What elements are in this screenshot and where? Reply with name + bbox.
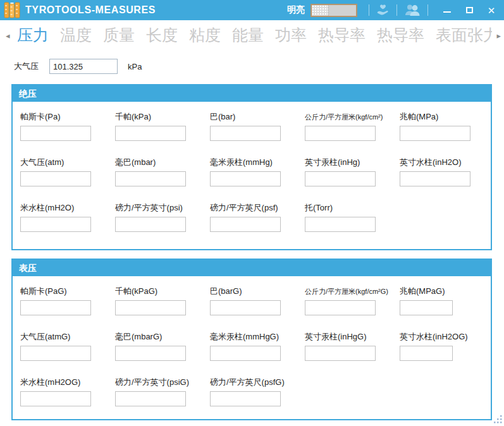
field-row: 大气压(atm)毫巴(mbar)毫米汞柱(mmHg)英寸汞柱(inHg)英寸水柱… xyxy=(20,157,491,186)
tab-energy[interactable]: 能量 xyxy=(232,20,264,50)
input-mH2O[interactable] xyxy=(20,217,91,232)
field: 毫巴(mbar) xyxy=(115,157,210,186)
atmospheric-pressure-input[interactable] xyxy=(49,59,118,74)
field-label: 磅力/平方英寸(psiG) xyxy=(115,377,210,387)
input-mH2OG[interactable] xyxy=(20,391,91,406)
field: 磅力/平方英寸(psiG) xyxy=(115,377,210,406)
input-atmG[interactable] xyxy=(20,346,91,361)
field-label: 英寸汞柱(inHg) xyxy=(305,157,400,167)
tab-scroll-left-button[interactable]: ◂ xyxy=(6,31,10,39)
input-mmHgG[interactable] xyxy=(210,346,281,361)
hand-heart-icon xyxy=(376,3,390,17)
field-label: 千帕(kPa) xyxy=(115,111,210,121)
category-tabbar: ◂ 压力温度质量长度粘度能量功率热导率热导率表面张力 ▸ xyxy=(0,20,504,50)
atmospheric-pressure-label: 大气压 xyxy=(14,61,39,72)
section-title: 表压 xyxy=(13,260,491,276)
input-mmHg[interactable] xyxy=(210,171,281,186)
input-inHg[interactable] xyxy=(305,171,376,186)
field-label: 英寸水柱(inH2O) xyxy=(400,157,495,167)
field-label: 毫巴(mbar) xyxy=(115,157,210,167)
users-button[interactable] xyxy=(402,3,423,17)
maximize-icon xyxy=(466,7,473,13)
titlebar-controls: 明亮 ✕ xyxy=(287,3,499,18)
field-label: 兆帕(MPaG) xyxy=(400,286,495,296)
minimize-button[interactable] xyxy=(439,3,455,18)
input-psfG[interactable] xyxy=(210,391,281,406)
input-inH2O[interactable] xyxy=(400,171,470,186)
field: 兆帕(MPa) xyxy=(400,111,495,141)
theme-slider-thumb[interactable] xyxy=(312,5,329,16)
titlebar-separator xyxy=(369,4,369,16)
field: 磅力/平方英尺(psfG) xyxy=(210,377,305,406)
resize-grip[interactable] xyxy=(493,415,503,424)
field: 磅力/平方英寸(psi) xyxy=(115,202,210,232)
field-label: 巴(barG) xyxy=(210,286,305,296)
field: 巴(bar) xyxy=(210,111,305,141)
window: { "titlebar": { "title": "TYROTOOLS-MEAS… xyxy=(0,0,504,426)
input-MPa[interactable] xyxy=(400,126,470,141)
field-row: 大气压(atmG)毫巴(mbarG)毫米汞柱(mmHgG)英寸汞柱(inHgG)… xyxy=(20,331,491,361)
input-psf[interactable] xyxy=(210,217,281,232)
input-barG[interactable] xyxy=(210,300,281,315)
field: 磅力/平方英尺(psf) xyxy=(210,202,305,232)
close-button[interactable]: ✕ xyxy=(484,3,499,18)
app-logo-icon xyxy=(4,2,20,18)
field-label: 托(Torr) xyxy=(305,202,400,212)
theme-slider[interactable] xyxy=(310,4,357,17)
tab-power[interactable]: 功率 xyxy=(275,20,307,50)
tab-thermal-conductivity-2[interactable]: 热导率 xyxy=(377,20,424,50)
app-title: TYROTOOLS-MEASURES xyxy=(25,4,156,16)
input-MPaG[interactable] xyxy=(400,300,453,315)
input-bar[interactable] xyxy=(210,126,281,141)
sections: 绝压帕斯卡(Pa)千帕(kPa)巴(bar)公斤力/平方厘米(kgf/cm²)兆… xyxy=(0,84,504,420)
input-mbarG[interactable] xyxy=(115,346,186,361)
input-kgf-cm-G[interactable] xyxy=(305,300,376,315)
field-label: 米水柱(mH2OG) xyxy=(20,377,115,387)
tab-viscosity[interactable]: 粘度 xyxy=(189,20,221,50)
field-label: 磅力/平方英尺(psfG) xyxy=(210,377,305,387)
input-Torr[interactable] xyxy=(305,217,376,232)
input-inH2OG[interactable] xyxy=(400,346,453,361)
tab-length[interactable]: 长度 xyxy=(146,20,178,50)
tab-temperature[interactable]: 温度 xyxy=(60,20,92,50)
input-kPa[interactable] xyxy=(115,126,186,141)
tab-surface-tension[interactable]: 表面张力 xyxy=(436,20,492,50)
input-mbar[interactable] xyxy=(115,171,186,186)
tab-scroll-right-button[interactable]: ▸ xyxy=(496,31,501,39)
donate-button[interactable] xyxy=(374,3,392,17)
field-row: 米水柱(mH2O)磅力/平方英寸(psi)磅力/平方英尺(psf)托(Torr) xyxy=(20,202,491,232)
tab-list: 压力温度质量长度粘度能量功率热导率热导率表面张力 xyxy=(17,20,492,50)
minimize-icon xyxy=(443,11,451,13)
field: 英寸水柱(inH2O) xyxy=(400,157,495,186)
input-Pa[interactable] xyxy=(20,126,91,141)
input-kPaG[interactable] xyxy=(115,300,186,315)
field: 大气压(atm) xyxy=(20,157,115,186)
field: 兆帕(MPaG) xyxy=(400,286,495,315)
field-label: 公斤力/平方厘米(kgf/cm²G) xyxy=(305,286,400,296)
tab-mass[interactable]: 质量 xyxy=(103,20,135,50)
users-icon xyxy=(403,3,421,17)
field-label: 兆帕(MPa) xyxy=(400,111,495,121)
input-PaG[interactable] xyxy=(20,300,91,315)
input-psiG[interactable] xyxy=(115,391,186,406)
input-psi[interactable] xyxy=(115,217,186,232)
atmospheric-pressure-row: 大气压 kPa xyxy=(14,58,504,75)
field: 千帕(kPa) xyxy=(115,111,210,141)
section-body: 帕斯卡(Pa)千帕(kPa)巴(bar)公斤力/平方厘米(kgf/cm²)兆帕(… xyxy=(13,102,491,249)
tab-pressure[interactable]: 压力 xyxy=(17,20,49,50)
maximize-button[interactable] xyxy=(462,3,477,18)
input-atm[interactable] xyxy=(20,171,91,186)
field: 英寸汞柱(inHgG) xyxy=(305,331,400,361)
field-label: 大气压(atm) xyxy=(20,157,115,167)
field-label: 磅力/平方英寸(psi) xyxy=(115,202,210,212)
titlebar-separator xyxy=(396,4,397,16)
field: 英寸汞柱(inHg) xyxy=(305,157,400,186)
field-label: 公斤力/平方厘米(kgf/cm²) xyxy=(305,111,400,121)
input-kgf-cm-[interactable] xyxy=(305,126,376,141)
field-row: 帕斯卡(PaG)千帕(kPaG)巴(barG)公斤力/平方厘米(kgf/cm²G… xyxy=(20,286,491,315)
section-gauge-pressure: 表压帕斯卡(PaG)千帕(kPaG)巴(barG)公斤力/平方厘米(kgf/cm… xyxy=(11,259,492,420)
input-inHgG[interactable] xyxy=(305,346,376,361)
theme-label: 明亮 xyxy=(287,4,305,16)
field-label: 磅力/平方英尺(psf) xyxy=(210,202,305,212)
tab-thermal-conductivity[interactable]: 热导率 xyxy=(318,20,366,50)
